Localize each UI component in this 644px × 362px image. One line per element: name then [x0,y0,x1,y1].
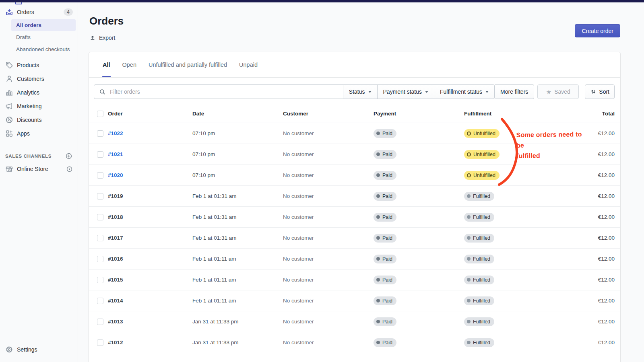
payment-cell: Paid [374,296,464,305]
view-store-icon[interactable] [66,166,73,173]
row-checkbox[interactable] [97,214,103,220]
row-checkbox[interactable] [97,235,103,241]
orders-subnav: All ordersDraftsAbandoned checkouts [0,19,78,55]
bar-chart-icon [5,88,13,97]
fulfillment-status-badge: Fulfilled [464,255,494,263]
order-number-link[interactable]: #1020 [108,172,192,178]
sidebar-item-products[interactable]: Products [0,58,78,72]
payment-status-badge: Paid [374,255,396,263]
order-customer: No customer [283,130,374,136]
order-total: €12.00 [557,214,615,220]
sidebar-item-discounts[interactable]: Discounts [0,113,78,127]
storefront-icon [5,165,13,173]
table-row[interactable]: #1021 07:10 pm No customer Paid Unfulfil… [89,144,620,165]
sidebar-item-label: Customers [17,76,44,82]
sidebar-item-orders[interactable]: Orders 4 [0,6,78,19]
table-row[interactable]: #1022 07:10 pm No customer Paid Unfulfil… [89,123,620,144]
row-checkbox[interactable] [97,172,103,179]
sidebar-subitem-all-orders[interactable]: All orders [11,19,76,31]
filter-dropdown-status[interactable]: Status [343,84,378,99]
payment-status-badge: Paid [374,213,396,222]
row-checkbox[interactable] [97,256,103,262]
table-row[interactable]: #1019 Feb 1 at 01:31 am No customer Paid… [89,186,620,207]
person-icon [5,75,13,83]
order-date: Feb 1 at 01:11 am [192,256,283,262]
row-checkbox[interactable] [97,298,103,304]
payment-status-badge: Paid [374,296,396,305]
table-row[interactable]: #1013 Jan 31 at 11:33 pm No customer Pai… [89,311,620,332]
tab-open[interactable]: Open [116,52,142,77]
table-row[interactable]: #1018 Feb 1 at 01:31 am No customer Paid… [89,207,620,228]
sidebar-item-label: Discounts [17,117,41,123]
table-row[interactable]: #1012 Jan 31 at 11:33 pm No customer Pai… [89,332,620,353]
row-checkbox[interactable] [97,339,103,346]
sidebar-item-settings[interactable]: Settings [0,343,78,356]
table-row[interactable]: #1017 Feb 1 at 01:31 am No customer Paid… [89,228,620,249]
row-checkbox[interactable] [97,130,103,137]
order-total: €12.00 [557,277,615,283]
order-number-link[interactable]: #1013 [108,319,192,325]
fulfillment-status-badge: Fulfilled [464,317,494,326]
sidebar-subitem-label: Abandoned checkouts [16,46,70,52]
order-number-link[interactable]: #1021 [108,151,192,157]
tab-unfulfilled-and-partially-fulfilled[interactable]: Unfulfilled and partially fulfilled [142,52,233,77]
order-number-link[interactable]: #1017 [108,235,192,241]
row-checkbox[interactable] [97,151,103,158]
fulfillment-status-badge: Fulfilled [464,213,494,222]
fulfillment-status-dot-icon [467,132,471,136]
gear-icon [5,346,13,354]
percent-badge-icon [5,116,13,124]
filter-dropdown-fulfillment-status[interactable]: Fulfillment status [434,84,495,99]
order-number-link[interactable]: #1018 [108,214,192,220]
order-number-link[interactable]: #1012 [108,339,192,346]
payment-cell: Paid [374,338,464,347]
payment-status-badge: Paid [374,192,396,201]
sidebar-item-marketing[interactable]: Marketing [0,99,78,113]
payment-cell: Paid [374,129,464,138]
filter-dropdown-payment-status[interactable]: Payment status [378,84,435,99]
order-number-link[interactable]: #1015 [108,277,192,283]
more-filters-button[interactable]: More filters [495,84,534,99]
fulfillment-status-badge: Fulfilled [464,296,494,305]
sidebar-item-customers[interactable]: Customers [0,72,78,86]
payment-cell: Paid [374,192,464,201]
sidebar-subitem-drafts[interactable]: Drafts [11,31,76,43]
payment-status-dot-icon [376,215,380,219]
export-button[interactable]: Export [89,34,115,42]
select-all-checkbox[interactable] [97,111,103,117]
table-row[interactable]: #1016 Feb 1 at 01:11 am No customer Paid… [89,249,620,269]
order-date: Feb 1 at 01:11 am [192,298,283,304]
sidebar-item-online-store[interactable]: Online Store [0,162,78,176]
fulfillment-cell: Fulfilled [464,317,557,326]
fulfillment-cell: Unfulfilled [464,129,557,138]
filter-orders-input[interactable] [109,88,338,95]
tab-all[interactable]: All [97,52,116,77]
sidebar-subitem-label: All orders [16,22,41,28]
tab-unpaid[interactable]: Unpaid [233,52,264,77]
fulfillment-cell: Fulfilled [464,296,557,305]
create-order-button[interactable]: Create order [575,24,620,37]
table-row[interactable]: #1020 07:10 pm No customer Paid Unfulfil… [89,165,620,186]
sidebar-item-analytics[interactable]: Analytics [0,86,78,99]
export-label: Export [99,35,115,41]
table-body: #1022 07:10 pm No customer Paid Unfulfil… [89,123,620,353]
row-checkbox[interactable] [97,277,103,283]
order-number-link[interactable]: #1019 [108,193,192,199]
column-header-payment: Payment [374,111,464,117]
row-checkbox[interactable] [97,193,103,200]
sort-button[interactable]: Sort [585,84,615,99]
payment-cell: Paid [374,171,464,180]
saved-button[interactable]: ★ Saved [537,84,579,99]
table-row[interactable]: #1014 Feb 1 at 01:11 am No customer Paid… [89,290,620,311]
sidebar-subitem-abandoned-checkouts[interactable]: Abandoned checkouts [11,43,76,55]
search-icon [99,88,106,95]
order-number-link[interactable]: #1016 [108,256,192,262]
row-checkbox[interactable] [97,319,103,325]
order-number-link[interactable]: #1014 [108,298,192,304]
payment-cell: Paid [374,150,464,159]
add-channel-icon[interactable] [65,152,72,160]
sidebar-item-apps[interactable]: Apps [0,127,78,140]
table-row[interactable]: #1015 Feb 1 at 01:11 am No customer Paid… [89,269,620,290]
order-date: Feb 1 at 01:31 am [192,235,283,241]
order-number-link[interactable]: #1022 [108,130,192,136]
